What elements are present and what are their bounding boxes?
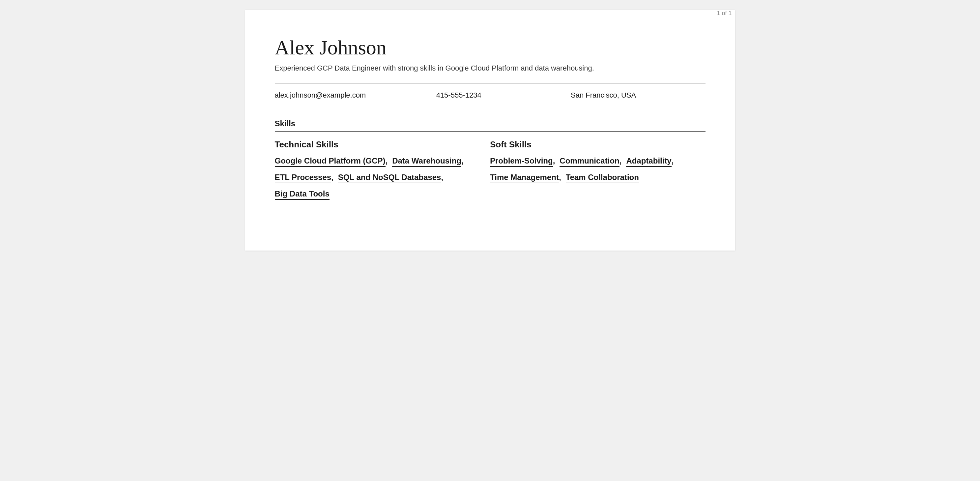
skill-item-communication: Communication, [560,156,622,167]
contact-section: alex.johnson@example.com 415-555-1234 Sa… [275,83,705,107]
resume-page: Alex Johnson Experienced GCP Data Engine… [245,10,735,250]
soft-skill-tags: Problem-Solving, Communication, Adaptabi… [490,156,705,189]
skill-item-data-warehousing: Data Warehousing, [392,156,463,167]
contact-phone: 415-555-1234 [436,91,571,100]
skill-item-problem-solving: Problem-Solving, [490,156,555,167]
soft-skills-title: Soft Skills [490,139,705,150]
candidate-name: Alex Johnson [275,36,705,59]
skill-item-sql: SQL and NoSQL Databases, [338,173,443,183]
page-container: 1 of 1 Alex Johnson Experienced GCP Data… [245,6,735,475]
skills-columns: Technical Skills Google Cloud Platform (… [275,139,705,206]
skill-item-team-collaboration: Team Collaboration [566,173,639,183]
technical-skills-column: Technical Skills Google Cloud Platform (… [275,139,490,206]
skill-item-etl: ETL Processes, [275,173,334,183]
soft-skills-column: Soft Skills Problem-Solving, Communicati… [490,139,705,206]
candidate-summary: Experienced GCP Data Engineer with stron… [275,63,705,73]
skills-heading: Skills [275,119,705,128]
skill-item-gcp: Google Cloud Platform (GCP), [275,156,388,167]
skills-section: Skills Technical Skills Google Cloud Pla… [275,119,705,206]
page-counter: 1 of 1 [713,6,735,20]
skills-divider [275,131,705,132]
technical-skills-title: Technical Skills [275,139,490,150]
skill-item-bigdata: Big Data Tools [275,189,329,200]
technical-skill-tags: Google Cloud Platform (GCP), Data Wareho… [275,156,490,206]
skill-item-time-management: Time Management, [490,173,561,183]
contact-email: alex.johnson@example.com [275,91,436,100]
skill-item-adaptability: Adaptability, [626,156,673,167]
contact-location: San Francisco, USA [571,91,705,100]
